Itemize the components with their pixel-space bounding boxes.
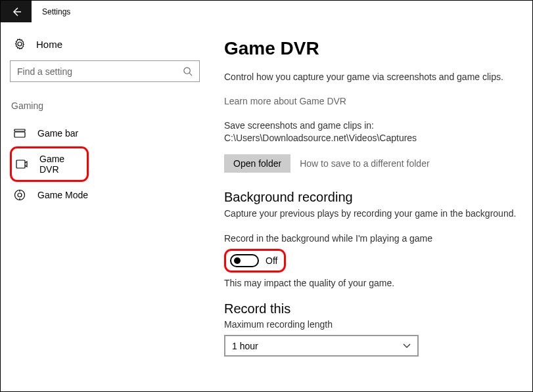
search-icon (183, 66, 193, 76)
background-record-toggle-group: Off (224, 249, 286, 272)
open-folder-button[interactable]: Open folder (224, 154, 290, 173)
home-nav[interactable]: Home (10, 32, 200, 56)
page-description: Control how you capture your game via sc… (224, 71, 519, 84)
max-length-select[interactable]: 1 hour (224, 335, 419, 357)
svg-line-1 (189, 73, 192, 76)
svg-rect-3 (14, 129, 25, 131)
titlebar: Settings (1, 1, 532, 22)
max-length-label: Maximum recording length (224, 319, 519, 330)
arrow-left-icon (11, 7, 22, 17)
back-button[interactable] (1, 1, 32, 22)
sidebar-item-game-mode[interactable]: Game Mode (10, 182, 200, 208)
svg-rect-4 (16, 160, 25, 168)
learn-more-link[interactable]: Learn more about Game DVR (224, 96, 519, 106)
game-mode-icon (14, 189, 26, 201)
folder-help-link[interactable]: How to save to a different folder (300, 158, 429, 169)
record-this-heading: Record this (224, 301, 519, 316)
svg-rect-2 (14, 132, 25, 137)
game-bar-icon (14, 127, 26, 139)
background-recording-desc: Capture your previous plays by recording… (224, 207, 519, 221)
search-box[interactable] (10, 60, 200, 82)
save-path-text: Save screenshots and game clips in: C:\U… (224, 120, 519, 145)
sidebar-item-label: Game DVR (39, 154, 83, 175)
svg-point-0 (184, 68, 190, 74)
page-title: Game DVR (224, 38, 519, 59)
gear-icon (14, 38, 26, 50)
impact-note: This may impact the quality of your game… (224, 278, 519, 288)
sidebar-item-label: Game bar (37, 128, 78, 139)
sidebar-item-game-dvr[interactable]: Game DVR (10, 146, 89, 182)
svg-point-6 (18, 193, 22, 197)
chevron-down-icon (403, 343, 411, 349)
app-title: Settings (32, 7, 70, 16)
game-dvr-icon (16, 158, 28, 170)
sidebar-item-label: Game Mode (37, 190, 88, 200)
background-record-toggle[interactable] (230, 254, 259, 267)
category-label: Gaming (10, 100, 200, 111)
sidebar: Home Gaming Game bar Game DVR (1, 22, 210, 391)
toggle-knob (234, 257, 241, 264)
toggle-label: Record in the background while I'm playi… (224, 233, 519, 244)
sidebar-item-game-bar[interactable]: Game bar (10, 120, 200, 146)
main-pane: Game DVR Control how you capture your ga… (210, 22, 532, 391)
toggle-state-label: Off (266, 255, 277, 266)
background-recording-heading: Background recording (224, 190, 519, 205)
home-label: Home (36, 39, 62, 50)
search-input[interactable] (17, 66, 175, 77)
select-value: 1 hour (232, 341, 258, 351)
